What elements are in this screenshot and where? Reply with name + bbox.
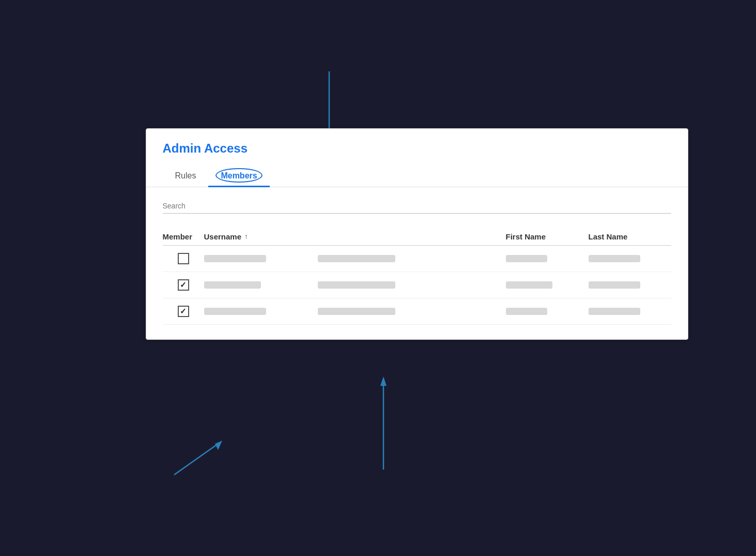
tabs-container: Rules Members <box>163 166 671 187</box>
checkbox-cell-1 <box>163 253 204 264</box>
lastname-blurred-1 <box>589 255 640 262</box>
table-row: ✓ <box>163 298 671 325</box>
firstname-blurred-2 <box>506 281 552 289</box>
firstname-blurred-1 <box>506 255 547 262</box>
checkmark-icon-2: ✓ <box>180 281 187 289</box>
search-divider <box>163 213 671 214</box>
checkbox-cell-2: ✓ <box>163 279 204 291</box>
username-cell-2 <box>204 281 318 289</box>
firstname-cell-1 <box>506 255 589 262</box>
tab-rules[interactable]: Rules <box>163 166 209 187</box>
admin-access-card: Admin Access Rules Members Search <box>146 128 688 340</box>
firstname-cell-2 <box>506 281 589 289</box>
lastname-cell-2 <box>589 281 671 289</box>
sort-asc-icon: ↑ <box>244 232 248 241</box>
table-row <box>163 246 671 272</box>
tab-members[interactable]: Members <box>208 166 269 187</box>
username-cell-3 <box>204 308 318 315</box>
username-blurred-1 <box>204 255 266 262</box>
username-blurred-3 <box>204 308 266 315</box>
col-header-firstname: First Name <box>506 232 589 241</box>
table-row: ✓ <box>163 272 671 298</box>
spacer-cell-1 <box>318 255 506 262</box>
checkbox-1[interactable] <box>178 253 189 264</box>
extra-blurred-1 <box>318 255 395 262</box>
screenshot-wrapper: Admin Access Rules Members Search <box>94 66 662 490</box>
username-cell-1 <box>204 255 318 262</box>
col-header-spacer <box>318 232 506 241</box>
spacer-cell-2 <box>318 281 506 289</box>
firstname-cell-3 <box>506 308 589 315</box>
lastname-blurred-3 <box>589 308 640 315</box>
lastname-blurred-2 <box>589 281 640 289</box>
svg-marker-7 <box>215 441 222 450</box>
col-header-lastname: Last Name <box>589 232 671 241</box>
extra-blurred-3 <box>318 308 395 315</box>
search-label: Search <box>163 202 671 210</box>
spacer-cell-3 <box>318 308 506 315</box>
checkbox-cell-3: ✓ <box>163 306 204 317</box>
card-body: Search Member Username ↑ First Name <box>146 187 688 339</box>
svg-line-6 <box>174 444 218 475</box>
table-header: Member Username ↑ First Name Last Name <box>163 228 671 246</box>
svg-marker-5 <box>380 377 387 386</box>
checkmark-icon-3: ✓ <box>180 307 187 315</box>
col-header-username[interactable]: Username ↑ <box>204 232 318 241</box>
lastname-cell-3 <box>589 308 671 315</box>
tab-members-wrapper: Members <box>221 171 257 181</box>
checkbox-2[interactable]: ✓ <box>178 279 189 291</box>
page-title: Admin Access <box>163 141 671 156</box>
col-header-member: Member <box>163 232 204 241</box>
firstname-blurred-3 <box>506 308 547 315</box>
lastname-cell-1 <box>589 255 671 262</box>
card-header: Admin Access Rules Members <box>146 129 688 187</box>
checkbox-3[interactable]: ✓ <box>178 306 189 317</box>
extra-blurred-2 <box>318 281 395 289</box>
table-container: Member Username ↑ First Name Last Name <box>163 228 671 325</box>
username-blurred-2 <box>204 281 261 289</box>
